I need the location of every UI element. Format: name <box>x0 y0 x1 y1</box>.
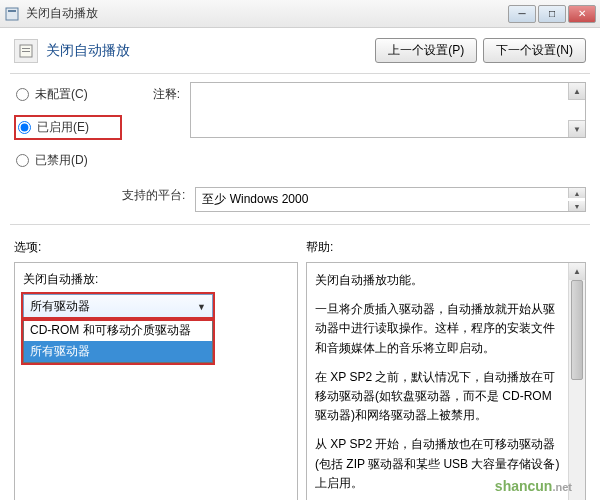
radio-column: 未配置(C) 已启用(E) 已禁用(D) <box>14 82 122 181</box>
radio-disabled-label: 已禁用(D) <box>35 152 88 169</box>
window-titlebar: 关闭自动播放 ─ □ ✕ <box>0 0 600 28</box>
radio-disabled[interactable]: 已禁用(D) <box>14 150 122 171</box>
help-panel: 关闭自动播放功能。 一旦将介质插入驱动器，自动播放就开始从驱动器中进行读取操作。… <box>306 262 586 500</box>
radio-enabled[interactable]: 已启用(E) <box>14 115 122 140</box>
dropdown-list: CD-ROM 和可移动介质驱动器 所有驱动器 <box>23 319 213 363</box>
header-row: 关闭自动播放 上一个设置(P) 下一个设置(N) <box>0 28 600 71</box>
drive-dropdown[interactable]: 所有驱动器 ▼ <box>23 294 213 319</box>
watermark-suffix: .net <box>552 481 572 493</box>
nav-buttons: 上一个设置(P) 下一个设置(N) <box>375 38 586 63</box>
minimize-button[interactable]: ─ <box>508 5 536 23</box>
svg-rect-0 <box>6 8 18 20</box>
scroll-up-icon[interactable]: ▲ <box>568 188 585 198</box>
prev-setting-button[interactable]: 上一个设置(P) <box>375 38 477 63</box>
svg-rect-1 <box>8 10 16 12</box>
platform-box: 至少 Windows 2000 ▲ ▼ <box>195 187 586 212</box>
next-setting-button[interactable]: 下一个设置(N) <box>483 38 586 63</box>
help-label: 帮助: <box>306 239 586 256</box>
help-text: 一旦将介质插入驱动器，自动播放就开始从驱动器中进行读取操作。这样，程序的安装文件… <box>315 300 561 358</box>
page-title: 关闭自动播放 <box>46 42 375 60</box>
dropdown-selected: 所有驱动器 <box>30 298 90 315</box>
scroll-up-icon[interactable]: ▲ <box>569 263 585 280</box>
help-content: 关闭自动播放功能。 一旦将介质插入驱动器，自动播放就开始从驱动器中进行读取操作。… <box>315 271 577 500</box>
close-button[interactable]: ✕ <box>568 5 596 23</box>
platform-row: 支持的平台: 至少 Windows 2000 ▲ ▼ <box>0 187 600 222</box>
help-text: 在 XP SP2 之前，默认情况下，自动播放在可移动驱动器(如软盘驱动器，而不是… <box>315 368 561 426</box>
scroll-up-icon[interactable]: ▲ <box>568 83 585 100</box>
comment-textarea[interactable]: ▲ ▼ <box>190 82 586 138</box>
radio-enabled-input[interactable] <box>18 121 31 134</box>
config-area: 未配置(C) 已启用(E) 已禁用(D) 注释: ▲ ▼ <box>0 82 600 187</box>
help-text: 关闭自动播放功能。 <box>315 271 561 290</box>
dropdown-item-all[interactable]: 所有驱动器 <box>24 341 212 362</box>
options-label: 选项: <box>14 239 306 256</box>
window-title: 关闭自动播放 <box>26 5 508 22</box>
radio-not-configured-label: 未配置(C) <box>35 86 88 103</box>
comment-row: 注释: ▲ ▼ <box>122 82 586 138</box>
divider <box>10 73 590 74</box>
window-controls: ─ □ ✕ <box>508 5 596 23</box>
scroll-down-icon[interactable]: ▼ <box>568 120 585 137</box>
platform-value: 至少 Windows 2000 <box>202 191 308 208</box>
scroll-down-icon[interactable]: ▼ <box>568 201 585 211</box>
maximize-button[interactable]: □ <box>538 5 566 23</box>
policy-icon <box>14 39 38 63</box>
chevron-down-icon: ▼ <box>197 302 206 312</box>
watermark-text: shancun <box>495 478 553 494</box>
scrollbar[interactable]: ▲ ▼ <box>568 263 585 500</box>
radio-enabled-label: 已启用(E) <box>37 119 89 136</box>
scrollbar-thumb[interactable] <box>571 280 583 380</box>
options-panel: 关闭自动播放: 所有驱动器 ▼ CD-ROM 和可移动介质驱动器 所有驱动器 <box>14 262 298 500</box>
comment-label: 注释: <box>122 82 190 138</box>
app-icon <box>4 6 20 22</box>
platform-label: 支持的平台: <box>122 187 185 212</box>
options-title: 关闭自动播放: <box>23 271 289 288</box>
divider <box>10 224 590 225</box>
radio-not-configured-input[interactable] <box>16 88 29 101</box>
dropdown-item-cdrom[interactable]: CD-ROM 和可移动介质驱动器 <box>24 320 212 341</box>
panels: 关闭自动播放: 所有驱动器 ▼ CD-ROM 和可移动介质驱动器 所有驱动器 关… <box>0 258 600 500</box>
svg-rect-4 <box>22 51 30 52</box>
watermark: shancun.net <box>495 478 572 494</box>
panel-labels: 选项: 帮助: <box>0 233 600 258</box>
radio-disabled-input[interactable] <box>16 154 29 167</box>
svg-rect-3 <box>22 48 30 49</box>
radio-not-configured[interactable]: 未配置(C) <box>14 84 122 105</box>
right-column: 注释: ▲ ▼ <box>122 82 586 181</box>
